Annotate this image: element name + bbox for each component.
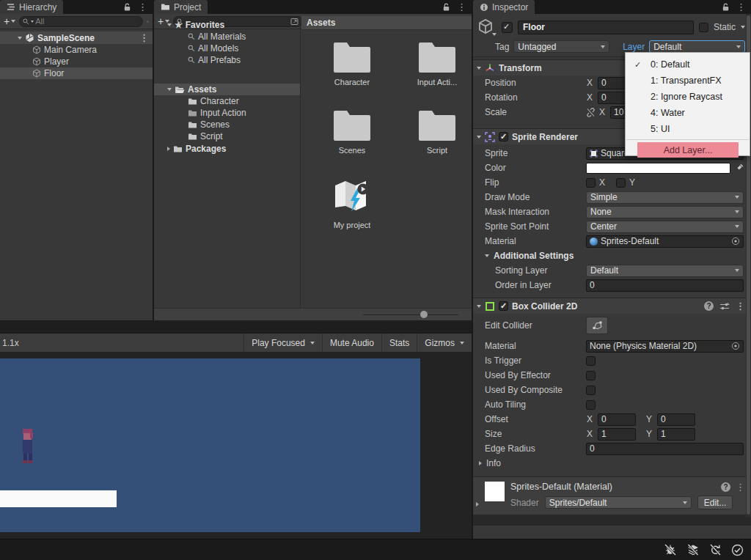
more-icon[interactable]: ⋮ — [457, 2, 466, 12]
static-checkbox[interactable] — [699, 23, 708, 32]
foldout-icon[interactable] — [18, 37, 22, 40]
layer-option-water[interactable]: 4: Water — [626, 105, 750, 121]
flip-y-checkbox[interactable] — [616, 178, 626, 188]
foldout-icon[interactable] — [167, 88, 172, 91]
scene-row[interactable]: SampleScene ⋮ — [0, 32, 153, 44]
lock-icon[interactable] — [442, 3, 450, 12]
presets-icon[interactable] — [719, 302, 730, 311]
mute-audio-button[interactable]: Mute Audio — [322, 334, 381, 352]
hierarchy-search-input[interactable] — [35, 17, 139, 26]
folder-scenes[interactable]: Scenes — [154, 119, 300, 130]
add-layer-menu-item[interactable]: Add Layer... — [637, 142, 739, 158]
offset-x-field[interactable]: 0 — [598, 413, 636, 426]
help-icon[interactable]: ? — [721, 482, 730, 492]
cache-disabled-icon[interactable] — [686, 544, 700, 556]
more-icon[interactable]: ⋮ — [736, 482, 745, 492]
box-collider-header[interactable]: Box Collider 2D ? ⋮ — [473, 298, 751, 314]
active-checkbox[interactable] — [502, 22, 513, 33]
foldout-icon[interactable] — [167, 23, 172, 26]
foldout-icon[interactable] — [167, 147, 170, 151]
foldout-icon[interactable] — [477, 136, 481, 139]
add-gameobject-button[interactable]: + — [4, 16, 15, 26]
tab-inspector[interactable]: Inspector — [473, 0, 535, 14]
order-in-layer-field[interactable]: 0 — [586, 279, 744, 292]
size-x-field[interactable]: 1 — [598, 428, 636, 441]
more-icon[interactable]: ⋮ — [139, 33, 149, 43]
color-swatch[interactable] — [586, 163, 730, 174]
gameobject-icon-button[interactable] — [477, 18, 497, 36]
hierarchy-item-main-camera[interactable]: Main Camera — [0, 44, 153, 56]
static-dropdown-icon[interactable] — [741, 26, 745, 29]
asset-folder-character[interactable]: Character — [320, 40, 384, 86]
draw-mode-dropdown[interactable]: Simple — [586, 191, 744, 204]
bc-material-field[interactable]: None (Physics Material 2D) — [586, 340, 744, 353]
foldout-icon[interactable] — [485, 254, 489, 257]
more-icon[interactable]: ⋮ — [138, 2, 147, 12]
favorite-all-prefabs[interactable]: All Prefabs — [154, 54, 300, 66]
layer-option-transparentfx[interactable]: 1: TransparentFX — [626, 73, 750, 89]
hierarchy-search[interactable] — [19, 16, 143, 27]
layer-dropdown[interactable]: Default — [649, 40, 745, 53]
object-picker-icon[interactable] — [731, 237, 740, 246]
stats-button[interactable]: Stats — [381, 334, 417, 352]
assets-tree-row[interactable]: Assets — [154, 84, 300, 95]
folder-script[interactable]: Script — [154, 130, 300, 142]
play-focused-dropdown[interactable]: Play Focused — [243, 334, 322, 352]
popout-search-icon[interactable] — [147, 18, 149, 26]
tag-dropdown[interactable]: Untagged — [513, 40, 609, 53]
foldout-icon[interactable] — [477, 305, 481, 308]
hierarchy-item-player[interactable]: Player — [0, 56, 153, 67]
flip-x-checkbox[interactable] — [586, 178, 596, 188]
component-enabled-checkbox[interactable] — [499, 132, 508, 141]
layer-option-ignore-raycast[interactable]: 2: Ignore Raycast — [626, 89, 750, 105]
lock-icon[interactable] — [722, 3, 730, 12]
constrain-proportions-icon[interactable] — [586, 108, 596, 117]
tab-hierarchy[interactable]: Hierarchy — [0, 0, 63, 14]
additional-settings-header[interactable]: Additional Settings — [473, 248, 751, 263]
lock-icon[interactable] — [123, 3, 131, 12]
sprite-sort-point-dropdown[interactable]: Center — [586, 221, 744, 233]
slider-thumb[interactable] — [420, 311, 428, 318]
is-trigger-checkbox[interactable] — [586, 356, 596, 366]
search-filter-icon[interactable] — [31, 21, 34, 23]
mask-interaction-dropdown[interactable]: None — [586, 206, 744, 218]
used-by-composite-checkbox[interactable] — [586, 386, 596, 395]
help-icon[interactable]: ? — [704, 301, 714, 311]
asset-folder-input-action[interactable]: Input Acti... — [406, 40, 469, 86]
more-icon[interactable]: ⋮ — [736, 2, 746, 12]
thumbnail-size-slider[interactable] — [363, 311, 458, 318]
shader-dropdown[interactable]: Sprites/Default — [545, 496, 692, 509]
hierarchy-item-floor[interactable]: Floor — [0, 67, 153, 79]
asset-folder-script[interactable]: Script — [406, 108, 469, 155]
packages-row[interactable]: Packages — [154, 143, 300, 155]
shader-edit-button[interactable]: Edit... — [697, 495, 733, 509]
game-viewport[interactable] — [0, 358, 420, 532]
object-name-input[interactable] — [523, 22, 689, 32]
folder-input-action[interactable]: Input Action — [154, 107, 300, 119]
tab-project[interactable]: Project — [154, 0, 208, 14]
sr-material-field[interactable]: Sprites-Default — [586, 235, 744, 248]
folder-character[interactable]: Character — [154, 95, 300, 107]
more-icon[interactable]: ⋮ — [736, 301, 745, 311]
foldout-icon[interactable] — [476, 502, 479, 506]
favorite-all-models[interactable]: All Models — [154, 43, 300, 54]
layer-option-ui[interactable]: 5: UI — [626, 121, 750, 137]
material-swatch[interactable] — [485, 482, 505, 501]
sorting-layer-dropdown[interactable]: Default — [586, 265, 744, 277]
auto-tiling-checkbox[interactable] — [586, 400, 596, 410]
edit-collider-button[interactable] — [586, 317, 608, 334]
auto-refresh-disabled-icon[interactable] — [709, 544, 722, 556]
edge-radius-field[interactable]: 0 — [586, 443, 744, 455]
offset-y-field[interactable]: 0 — [657, 413, 695, 426]
eyedropper-icon[interactable] — [734, 163, 744, 173]
asset-my-project[interactable]: My project — [320, 178, 384, 229]
info-foldout-row[interactable]: Info — [473, 456, 751, 471]
favorite-all-materials[interactable]: All Materials — [154, 31, 300, 43]
component-enabled-checkbox[interactable] — [499, 301, 508, 311]
object-name-field[interactable] — [518, 21, 694, 34]
debugger-disabled-icon[interactable] — [664, 544, 677, 556]
used-by-effector-checkbox[interactable] — [586, 371, 596, 380]
foldout-icon[interactable] — [479, 461, 482, 465]
asset-folder-scenes[interactable]: Scenes — [320, 108, 384, 155]
size-y-field[interactable]: 1 — [657, 428, 695, 441]
